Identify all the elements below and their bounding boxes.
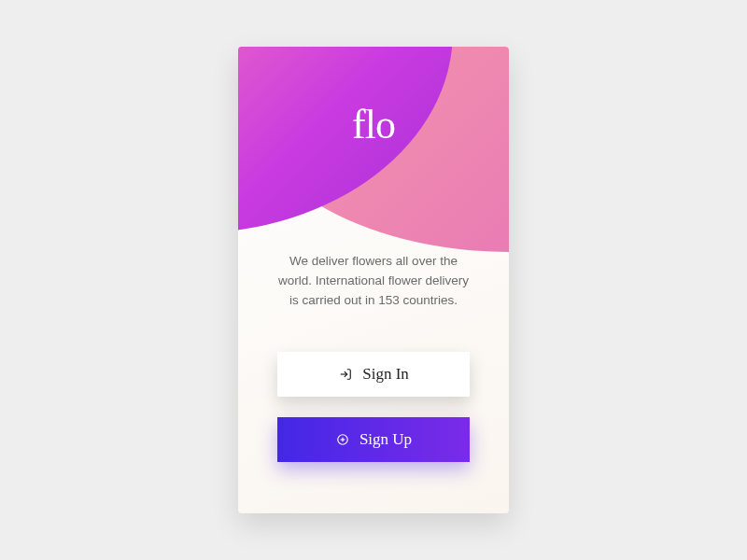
content-area: We deliver flowers all over the world. I… <box>238 252 509 483</box>
signup-label: Sign Up <box>359 430 412 449</box>
signin-button[interactable]: Sign In <box>277 352 470 397</box>
app-logo: flo <box>352 101 395 148</box>
signin-icon <box>338 367 353 382</box>
signup-button[interactable]: Sign Up <box>277 417 470 462</box>
signup-plus-icon <box>335 432 350 447</box>
signin-label: Sign In <box>362 365 409 384</box>
description-text: We deliver flowers all over the world. I… <box>277 252 470 311</box>
onboarding-card: flo We deliver flowers all over the worl… <box>238 47 509 513</box>
